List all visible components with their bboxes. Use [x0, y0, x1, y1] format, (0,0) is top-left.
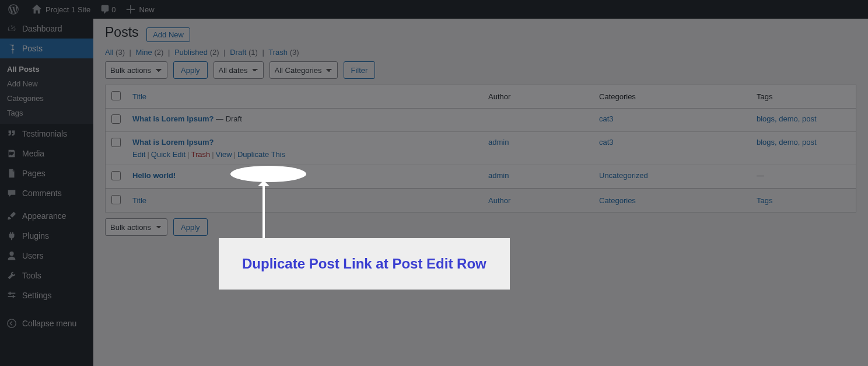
add-new-button[interactable]: Add New [146, 27, 190, 42]
menu-dashboard[interactable]: Dashboard [0, 19, 93, 39]
pin-icon [6, 43, 18, 54]
menu-plugins[interactable]: Plugins [0, 226, 93, 246]
page-title: Posts [105, 25, 139, 40]
new-content-link[interactable]: New [121, 0, 159, 19]
svg-point-0 [8, 319, 16, 327]
tablenav-bottom: Bulk actions Apply [105, 218, 856, 236]
col-categories: Categories [593, 85, 751, 109]
wrench-icon [6, 270, 18, 281]
post-title-link[interactable]: What is Lorem Ipsum? [132, 138, 214, 147]
brush-icon [6, 210, 18, 222]
col-author: Author [482, 85, 593, 109]
col-tags-foot: Tags [751, 189, 856, 212]
select-all-top[interactable] [111, 91, 121, 100]
category-link[interactable]: Uncategorized [599, 171, 648, 180]
bulk-actions-select-bottom[interactable]: Bulk actions [105, 218, 167, 236]
menu-comments[interactable]: Comments [0, 183, 93, 203]
posts-table: Title Author Categories Tags What is Lor… [105, 85, 856, 212]
filter-all[interactable]: All [105, 48, 113, 57]
tags-links[interactable]: blogs, demo, post [757, 138, 817, 147]
media-icon [6, 148, 18, 159]
category-filter-select[interactable]: All Categories [270, 61, 338, 79]
comments-link[interactable]: 0 [95, 0, 120, 19]
new-label: New [139, 5, 155, 14]
col-title[interactable]: Title [127, 85, 482, 109]
collapse-icon [6, 318, 18, 329]
site-name: Project 1 Site [46, 5, 90, 14]
content-area: Posts Add New All (3) | Mine (2) | Publi… [93, 19, 868, 366]
row-checkbox[interactable] [111, 138, 121, 147]
submenu-add-new[interactable]: Add New [0, 76, 93, 91]
action-trash[interactable]: Trash [191, 150, 210, 159]
action-duplicate[interactable]: Duplicate This [237, 150, 285, 159]
submenu-all-posts[interactable]: All Posts [0, 62, 93, 76]
select-all-bottom[interactable] [111, 195, 121, 204]
home-icon [32, 4, 42, 15]
row-checkbox[interactable] [111, 114, 121, 124]
sliders-icon [6, 290, 18, 301]
menu-media[interactable]: Media [0, 144, 93, 163]
annotation-label: Duplicate Post Link at Post Edit Row [219, 238, 510, 290]
quote-icon [6, 128, 18, 140]
author-link[interactable]: admin [488, 138, 509, 147]
menu-settings[interactable]: Settings [0, 285, 93, 305]
filter-draft[interactable]: Draft [230, 48, 246, 57]
user-icon [6, 250, 18, 262]
post-state: — Draft [214, 114, 242, 123]
menu-tools[interactable]: Tools [0, 266, 93, 285]
filter-mine[interactable]: Mine [136, 48, 152, 57]
menu-posts[interactable]: Posts [0, 39, 93, 58]
tags-links[interactable]: blogs, demo, post [757, 114, 817, 123]
dashboard-icon [6, 23, 18, 34]
table-row: Hello world!adminUncategorized— [106, 165, 856, 189]
action-edit[interactable]: Edit [132, 150, 145, 159]
row-actions: Edit|Quick Edit|Trash|View|Duplicate Thi… [132, 150, 477, 159]
comment-icon [100, 4, 110, 15]
col-tags: Tags [751, 85, 856, 109]
action-quick-edit[interactable]: Quick Edit [151, 150, 186, 159]
wp-logo[interactable] [4, 0, 27, 19]
post-title-link[interactable]: Hello world! [132, 171, 176, 180]
comments-count: 0 [111, 5, 116, 14]
bulk-actions-select[interactable]: Bulk actions [105, 61, 167, 79]
page-icon [6, 168, 18, 179]
apply-button-bottom[interactable]: Apply [173, 218, 208, 236]
menu-appearance[interactable]: Appearance [0, 206, 93, 226]
menu-pages[interactable]: Pages [0, 163, 93, 183]
author-link[interactable]: admin [488, 171, 509, 180]
date-filter-select[interactable]: All dates [214, 61, 264, 79]
table-row: What is Lorem Ipsum? — Draftcat3blogs, d… [106, 109, 856, 132]
admin-bar: Project 1 Site 0 New [0, 0, 868, 19]
submenu-tags[interactable]: Tags [0, 106, 93, 120]
submenu-categories[interactable]: Categories [0, 91, 93, 106]
table-row: What is Lorem Ipsum?Edit|Quick Edit|Tras… [106, 132, 856, 165]
comments-icon [6, 187, 18, 199]
plug-icon [6, 230, 18, 242]
menu-users[interactable]: Users [0, 246, 93, 266]
tablenav-top: Bulk actions Apply All dates All Categor… [105, 61, 856, 79]
tags-empty: — [751, 165, 856, 189]
plus-icon [125, 4, 136, 15]
col-author-foot: Author [482, 189, 593, 212]
action-view[interactable]: View [216, 150, 232, 159]
menu-testimonials[interactable]: Testimonials [0, 124, 93, 144]
row-checkbox[interactable] [111, 171, 121, 180]
menu-collapse[interactable]: Collapse menu [0, 313, 93, 333]
annotation-arrow [262, 181, 265, 239]
post-title-link[interactable]: What is Lorem Ipsum? [132, 114, 214, 123]
filter-published[interactable]: Published [174, 48, 208, 57]
col-title-foot[interactable]: Title [127, 189, 482, 212]
wordpress-icon [8, 4, 19, 15]
post-status-filters: All (3) | Mine (2) | Published (2) | Dra… [105, 48, 856, 57]
filter-button[interactable]: Filter [344, 61, 376, 79]
apply-button-top[interactable]: Apply [173, 61, 208, 79]
filter-trash[interactable]: Trash [268, 48, 288, 57]
submenu-posts: All Posts Add New Categories Tags [0, 58, 93, 124]
admin-sidebar: Dashboard Posts All Posts Add New Catego… [0, 19, 93, 366]
category-link[interactable]: cat3 [599, 114, 614, 123]
category-link[interactable]: cat3 [599, 138, 614, 147]
col-categories-foot: Categories [593, 189, 751, 212]
site-name-link[interactable]: Project 1 Site [27, 0, 95, 19]
